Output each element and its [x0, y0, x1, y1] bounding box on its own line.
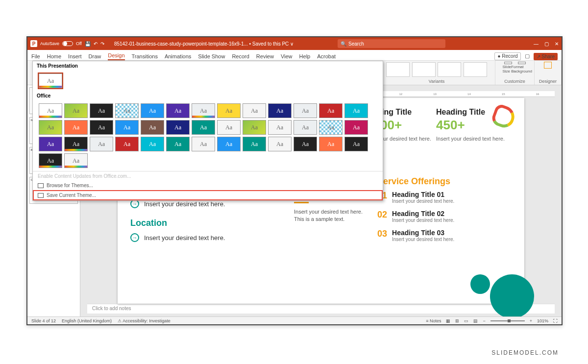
theme-thumb[interactable]: Aa [166, 137, 190, 151]
theme-thumb[interactable]: Aa [141, 137, 164, 151]
statusbar: Slide 4 of 12 English (United Kingdom) ⚠… [27, 316, 562, 324]
share-button[interactable]: ↗ Share [534, 53, 558, 60]
theme-thumb[interactable]: Aa [294, 137, 317, 151]
tab-insert[interactable]: Insert [68, 53, 82, 60]
minimize-icon[interactable]: — [534, 41, 539, 47]
theme-thumb[interactable]: Aa [115, 120, 139, 135]
record-button[interactable]: ● Record [494, 52, 520, 60]
tab-draw[interactable]: Draw [89, 53, 101, 60]
notes-toggle[interactable]: ≡ Notes [426, 318, 441, 323]
designer-button[interactable] [542, 62, 553, 73]
present-icon[interactable]: ▢ [525, 53, 530, 60]
search-input[interactable]: 🔍 Search [338, 39, 445, 48]
language-status[interactable]: English (United Kingdom) [62, 318, 112, 323]
tab-file[interactable]: File [31, 53, 40, 60]
sorter-view-icon[interactable]: ⊞ [455, 318, 459, 323]
tab-home[interactable]: Home [47, 53, 61, 60]
theme-thumb[interactable]: Aa [39, 153, 62, 168]
variant-thumb[interactable] [464, 62, 487, 77]
theme-thumb[interactable]: Aa [268, 103, 292, 118]
undo-icon[interactable]: ↶ [94, 41, 98, 47]
theme-thumb[interactable]: Aa [344, 103, 368, 118]
tab-record[interactable]: Record [232, 53, 249, 60]
theme-thumb[interactable]: Aa [90, 120, 113, 135]
theme-thumb[interactable]: Aa [268, 137, 292, 151]
app-window: P AutoSave Off 💾 ↶ ↷ 85142-01-business-c… [26, 36, 563, 325]
reading-view-icon[interactable]: ▭ [464, 318, 468, 323]
theme-thumb[interactable]: Aa [217, 120, 241, 135]
theme-thumb[interactable]: Aa [344, 137, 368, 151]
theme-thumb[interactable]: Aa [90, 103, 113, 118]
tab-design[interactable]: Design [108, 52, 124, 60]
variant-thumb[interactable] [438, 62, 461, 77]
theme-thumb[interactable]: Aa [166, 120, 190, 135]
theme-thumb[interactable]: Aa [166, 103, 190, 118]
theme-thumb[interactable]: Aa [192, 120, 215, 135]
theme-thumb[interactable]: Aa [344, 120, 368, 135]
tab-review[interactable]: Review [256, 53, 274, 60]
variant-thumb[interactable] [386, 62, 410, 77]
tab-slideshow[interactable]: Slide Show [198, 53, 225, 60]
decorative-circle [490, 274, 534, 318]
theme-thumb[interactable]: Aa [64, 120, 88, 135]
zoom-slider[interactable] [490, 320, 525, 321]
maximize-icon[interactable]: ▢ [544, 41, 549, 47]
format-background-button[interactable]: Format Background [516, 62, 527, 73]
theme-current[interactable]: Aa [39, 73, 62, 88]
tab-help[interactable]: Help [299, 53, 311, 60]
theme-thumb[interactable]: Aa [141, 120, 164, 135]
zoom-level[interactable]: 101% [537, 318, 548, 323]
theme-thumb[interactable]: Aa [141, 103, 164, 118]
enable-updates: Enable Content Updates from Office.com..… [33, 171, 383, 181]
tab-view[interactable]: View [281, 53, 293, 60]
bullet-item: →Insert your desired text here. [130, 233, 277, 242]
save-current-theme[interactable]: Save Current Theme... [33, 190, 383, 200]
office-label: Office [33, 91, 383, 100]
theme-thumb[interactable]: Aa [192, 103, 215, 118]
tab-transitions[interactable]: Transitions [132, 53, 158, 60]
theme-thumb[interactable]: Aa [115, 103, 139, 118]
theme-thumb[interactable]: Aa [319, 137, 343, 151]
redo-icon[interactable]: ↷ [100, 41, 104, 47]
slide-counter[interactable]: Slide 4 of 12 [31, 318, 56, 323]
autosave-label: AutoSave [40, 41, 59, 46]
theme-thumb[interactable]: Aa [90, 137, 113, 151]
theme-thumb[interactable]: Aa [39, 103, 62, 118]
watermark: SLIDEMODEL.COM [491, 349, 559, 356]
zoom-in-icon[interactable]: + [530, 318, 532, 323]
accessibility-status[interactable]: ⚠ Accessibility: Investigate [118, 318, 171, 323]
zoom-out-icon[interactable]: − [483, 318, 485, 323]
document-title[interactable]: 85142-01-business-case-study-powerpoint-… [114, 41, 294, 47]
tab-acrobat[interactable]: Acrobat [317, 53, 336, 60]
themes-dropdown: This Presentation Aa Office Aa Aa Aa Aa … [32, 61, 383, 201]
theme-thumb[interactable]: Aa [268, 120, 292, 135]
fit-to-window-icon[interactable]: ⛶ [553, 318, 558, 323]
slideshow-view-icon[interactable]: ▤ [473, 318, 478, 323]
theme-thumb[interactable]: Aa [39, 137, 62, 151]
theme-thumb[interactable]: Aa [243, 137, 266, 151]
theme-thumb[interactable]: Aa [243, 103, 266, 118]
theme-thumb[interactable]: Aa [294, 120, 317, 135]
browse-for-themes[interactable]: Browse for Themes... [33, 181, 383, 190]
autosave-toggle[interactable] [62, 41, 73, 46]
theme-thumb[interactable]: Aa [319, 103, 343, 118]
variant-thumb[interactable] [412, 62, 436, 77]
theme-gallery: Aa Aa Aa Aa Aa Aa Aa Aa Aa Aa Aa Aa Aa A… [33, 100, 383, 171]
theme-thumb[interactable]: Aa [294, 103, 317, 118]
theme-thumb[interactable]: Aa [192, 137, 215, 151]
normal-view-icon[interactable]: ▦ [446, 318, 450, 323]
theme-thumb[interactable]: Aa [64, 153, 88, 168]
close-icon[interactable]: ✕ [555, 41, 559, 47]
theme-thumb[interactable]: Aa [115, 137, 139, 151]
theme-thumb[interactable]: Aa [217, 103, 241, 118]
theme-thumb[interactable]: Aa [217, 137, 241, 151]
tab-animations[interactable]: Animations [165, 53, 191, 60]
theme-thumb[interactable]: Aa [64, 103, 88, 118]
save-icon [38, 193, 44, 198]
theme-thumb[interactable]: Aa [64, 137, 88, 151]
notes-placeholder[interactable]: Click to add notes [87, 304, 555, 314]
theme-thumb[interactable]: Aa [243, 120, 266, 135]
theme-thumb[interactable]: Aa [39, 120, 62, 135]
theme-thumb[interactable]: Aa [319, 120, 343, 135]
save-icon[interactable]: 💾 [85, 41, 91, 47]
